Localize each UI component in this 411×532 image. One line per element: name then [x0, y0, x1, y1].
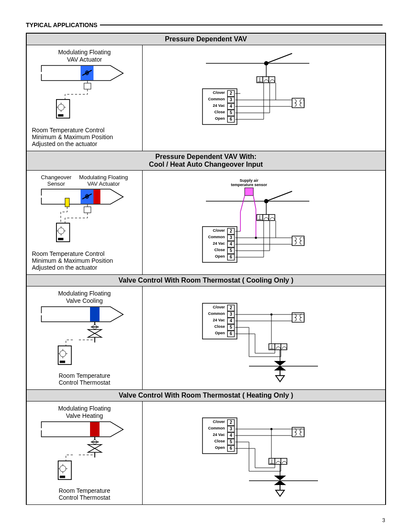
- terminal-number: 5: [230, 110, 232, 115]
- actuator-icon: [269, 458, 287, 464]
- terminal-number: 3: [230, 426, 232, 431]
- svg-line-82: [253, 196, 256, 209]
- pictogram-cell: Modulating Floating Valve Heating Room T…: [27, 401, 143, 504]
- app-row: Modulating Floating Valve Cooling Room T…: [26, 286, 386, 389]
- terminal-label: C/over: [212, 228, 225, 233]
- svg-rect-40: [93, 190, 100, 204]
- terminal-label: C/over: [212, 305, 225, 309]
- terminal-number: 4: [230, 242, 232, 246]
- svg-rect-41: [65, 198, 69, 207]
- schematic-cell: C/over 2 Common 3 24 Vac 4 Close 5 Open …: [143, 45, 385, 151]
- svg-rect-76: [292, 236, 304, 246]
- sat-label: temperature sensor: [230, 183, 267, 187]
- section-band-line: Pressure Dependent VAV With:: [27, 153, 385, 161]
- terminal-label: C/over: [212, 420, 225, 424]
- svg-rect-97: [60, 361, 65, 363]
- pictogram-svg: [39, 187, 130, 249]
- transformer-icon: [292, 313, 304, 322]
- terminal-number: 6: [230, 331, 232, 336]
- section-band-line: Valve Control With Room Thermostat ( Coo…: [27, 277, 385, 284]
- actuator-icon: [269, 344, 287, 350]
- pictogram-caption: Room Temperature Control Minimum & Maxim…: [32, 250, 113, 271]
- terminal-label: Close: [214, 439, 225, 443]
- terminal-number: 5: [230, 248, 232, 253]
- terminal-label: Open: [215, 254, 224, 258]
- terminal-block: C/over 2 Common 3 24 Vac 4 Close 5 Open …: [202, 303, 237, 339]
- schematic-cell: C/over 2 Common 3 24 Vac 4 Close 5 Open …: [143, 171, 385, 274]
- transformer-icon: [292, 236, 304, 246]
- terminal-label: Close: [214, 110, 225, 114]
- app-row: Changeover SensorModulating Floating VAV…: [26, 171, 386, 274]
- pictogram-label: Modulating Floating Valve Cooling: [58, 290, 111, 305]
- transformer-icon: [292, 98, 304, 108]
- terminal-block: C/over 2 Common 3 24 Vac 4 Close 5 Open …: [202, 227, 237, 262]
- terminal-label: Common: [208, 426, 225, 430]
- pictogram-cell: Modulating Floating Valve Cooling Room T…: [27, 286, 143, 389]
- terminal-number: 5: [230, 325, 232, 330]
- terminal-number: 2: [230, 229, 232, 233]
- svg-line-81: [240, 196, 245, 212]
- terminal-label: Common: [208, 97, 225, 101]
- terminal-number: 3: [230, 312, 232, 317]
- svg-point-162: [270, 428, 272, 430]
- section-band-line: Cool / Heat Auto Changeover Input: [27, 161, 385, 168]
- terminal-label: Common: [208, 235, 225, 239]
- valve-icon: [274, 476, 286, 496]
- svg-point-85: [255, 236, 257, 239]
- terminal-label: Common: [208, 311, 225, 316]
- svg-rect-11: [58, 114, 64, 116]
- pictogram-label: Modulating Floating Valve Heating: [58, 405, 111, 420]
- applications-table: Pressure Dependent VAV Modulating Floati…: [26, 33, 386, 505]
- svg-rect-86: [90, 307, 100, 321]
- app-row: Modulating Floating Valve Heating Room T…: [26, 401, 386, 504]
- section-title: TYPICAL APPLICATIONS: [26, 22, 97, 28]
- section-band: Pressure Dependent VAV: [26, 33, 386, 45]
- svg-point-122: [270, 313, 272, 315]
- terminal-label: Open: [215, 116, 224, 121]
- pictogram-label: Modulating Floating VAV Actuator: [79, 174, 128, 187]
- section-band: Pressure Dependent VAV With:Cool / Heat …: [26, 151, 386, 171]
- schematic-cell: C/over 2 Common 3 24 Vac 4 Close 5 Open …: [143, 286, 385, 389]
- terminal-block: C/over 2 Common 3 24 Vac 4 Close 5 Open …: [202, 89, 237, 124]
- terminal-label: Open: [215, 445, 224, 450]
- section-band: Valve Control With Room Thermostat ( Coo…: [26, 274, 386, 286]
- schematic-cell: C/over 2 Common 3 24 Vac 4 Close 5 Open …: [143, 401, 385, 504]
- terminal-label: 24 Vac: [212, 318, 224, 322]
- svg-rect-52: [58, 238, 64, 240]
- page: TYPICAL APPLICATIONS Pressure Dependent …: [0, 0, 411, 532]
- svg-rect-44: [84, 207, 91, 213]
- svg-rect-144: [292, 427, 304, 437]
- svg-line-14: [266, 53, 292, 63]
- terminal-number: 4: [230, 104, 232, 109]
- app-row: Modulating Floating VAV Actuator Room Te…: [26, 45, 386, 151]
- pictogram-svg: [39, 63, 130, 125]
- terminal-number: 4: [230, 318, 232, 323]
- pictogram-caption: Room Temperature Control Thermostat: [59, 487, 110, 501]
- terminal-label: C/over: [212, 90, 225, 95]
- terminal-number: 6: [230, 446, 232, 451]
- svg-line-55: [266, 191, 292, 201]
- svg-rect-126: [90, 422, 100, 436]
- terminal-number: 3: [230, 97, 232, 102]
- terminal-number: 3: [230, 235, 232, 240]
- terminal-number: 5: [230, 439, 232, 444]
- pictogram-svg: [39, 420, 130, 485]
- actuator-icon: [257, 215, 275, 221]
- terminal-block: C/over 2 Common 3 24 Vac 4 Close 5 Open …: [202, 418, 237, 454]
- terminal-label: Close: [214, 248, 225, 252]
- svg-rect-3: [84, 83, 91, 89]
- rule-icon: [100, 25, 383, 25]
- section-band-line: Valve Control With Room Thermostat ( Hea…: [27, 392, 385, 399]
- terminal-number: 2: [230, 305, 232, 310]
- terminal-label: 24 Vac: [212, 241, 224, 246]
- section-band: Valve Control With Room Thermostat ( Hea…: [26, 389, 386, 401]
- page-number: 3: [382, 517, 385, 523]
- svg-rect-104: [292, 313, 304, 322]
- terminal-label: Open: [215, 331, 224, 335]
- transformer-icon: [292, 427, 304, 437]
- pictogram-cell: Changeover SensorModulating Floating VAV…: [27, 171, 143, 274]
- terminal-label: 24 Vac: [212, 432, 224, 437]
- terminal-number: 6: [230, 117, 232, 121]
- actuator-icon: [257, 77, 275, 83]
- svg-rect-80: [245, 188, 253, 196]
